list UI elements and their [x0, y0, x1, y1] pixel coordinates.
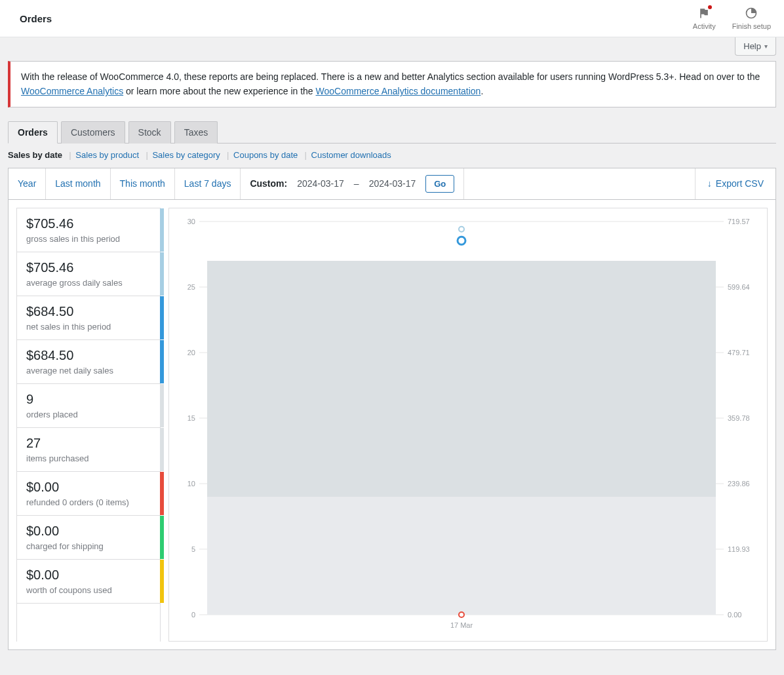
- tab-customers[interactable]: Customers: [61, 121, 125, 144]
- range-row: Year Last month This month Last 7 days C…: [9, 168, 775, 200]
- stat-value: $705.46: [26, 260, 151, 275]
- subnav-current[interactable]: Sales by date: [8, 150, 62, 160]
- svg-text:25: 25: [187, 283, 195, 291]
- export-csv-link[interactable]: Export CSV: [695, 168, 775, 199]
- stat-color: [160, 208, 164, 252]
- flag-icon: [697, 7, 711, 21]
- date-to[interactable]: 2024-03-17: [369, 178, 416, 189]
- stat-label: average gross daily sales: [26, 278, 151, 288]
- topbar-actions: Activity Finish setup: [693, 7, 771, 30]
- report-box: Year Last month This month Last 7 days C…: [8, 168, 776, 650]
- stat-color: [160, 428, 164, 471]
- stat-card[interactable]: $705.46average gross daily sales: [17, 252, 160, 296]
- finish-setup-label: Finish setup: [732, 22, 771, 30]
- analytics-link[interactable]: WooCommerce Analytics: [21, 86, 123, 96]
- go-button[interactable]: Go: [425, 175, 454, 193]
- svg-text:719.57: 719.57: [728, 218, 750, 225]
- date-from[interactable]: 2024-03-17: [297, 178, 344, 189]
- subnav-link[interactable]: Customer downloads: [311, 150, 391, 160]
- stat-color: [160, 384, 164, 427]
- stat-label: net sales in this period: [26, 322, 151, 332]
- report-subnav: Sales by date | Sales by product | Sales…: [8, 144, 776, 168]
- stat-value: 9: [26, 392, 151, 407]
- stat-value: 27: [26, 436, 151, 451]
- stat-color: [160, 340, 164, 383]
- stat-label: gross sales in this period: [26, 234, 151, 244]
- subnav-link[interactable]: Sales by product: [75, 150, 139, 160]
- svg-text:5: 5: [191, 545, 195, 553]
- subnav-link[interactable]: Sales by category: [152, 150, 220, 160]
- svg-text:359.78: 359.78: [728, 414, 750, 422]
- stat-card[interactable]: $0.00refunded 0 orders (0 items): [17, 472, 160, 516]
- help-dropdown[interactable]: Help: [735, 37, 776, 56]
- deprecation-notice: With the release of WooCommerce 4.0, the…: [8, 61, 776, 107]
- stat-label: worth of coupons used: [26, 585, 151, 595]
- svg-rect-23: [207, 497, 716, 615]
- stat-color: [160, 296, 164, 339]
- svg-point-24: [459, 227, 464, 232]
- range-custom: Custom: 2024-03-17 – 2024-03-17 Go: [241, 168, 464, 199]
- custom-label: Custom:: [250, 178, 287, 189]
- stat-card[interactable]: $0.00charged for shipping: [17, 516, 160, 560]
- stat-card[interactable]: 27items purchased: [17, 428, 160, 472]
- stat-label: orders placed: [26, 410, 151, 419]
- svg-text:17 Mar: 17 Mar: [450, 621, 473, 629]
- svg-point-26: [459, 612, 464, 617]
- stat-card[interactable]: 9orders placed: [17, 384, 160, 428]
- activity-label: Activity: [693, 22, 716, 30]
- tab-orders[interactable]: Orders: [8, 121, 58, 144]
- svg-text:239.86: 239.86: [728, 480, 750, 488]
- tab-taxes[interactable]: Taxes: [174, 121, 218, 144]
- stat-value: $0.00: [26, 480, 151, 495]
- stat-color: [160, 560, 164, 603]
- svg-text:0.00: 0.00: [728, 611, 741, 619]
- range-year[interactable]: Year: [9, 168, 46, 199]
- svg-text:479.71: 479.71: [728, 349, 750, 357]
- stat-value: $684.50: [26, 304, 151, 319]
- svg-text:15: 15: [187, 414, 195, 422]
- stat-label: items purchased: [26, 453, 151, 463]
- tab-stock[interactable]: Stock: [128, 121, 171, 144]
- svg-point-25: [458, 237, 465, 244]
- report-tabs: Orders Customers Stock Taxes: [8, 121, 776, 144]
- report-body: $705.46gross sales in this period$705.46…: [9, 200, 775, 649]
- stat-value: $0.00: [26, 568, 151, 583]
- svg-text:20: 20: [187, 349, 195, 357]
- stat-card[interactable]: $705.46gross sales in this period: [17, 208, 160, 252]
- help-row: Help: [0, 37, 784, 56]
- range-this-month[interactable]: This month: [111, 168, 175, 199]
- svg-text:10: 10: [187, 480, 195, 488]
- stat-value: $684.50: [26, 348, 151, 363]
- analytics-doc-link[interactable]: WooCommerce Analytics documentation: [316, 86, 481, 96]
- stat-color: [160, 252, 164, 296]
- svg-text:0: 0: [191, 611, 195, 619]
- topbar: Orders Activity Finish setup: [0, 0, 784, 37]
- stat-label: refunded 0 orders (0 items): [26, 497, 151, 507]
- stat-color: [160, 516, 164, 559]
- stat-value: $0.00: [26, 524, 151, 539]
- activity-button[interactable]: Activity: [693, 7, 716, 30]
- range-last-7-days[interactable]: Last 7 days: [175, 168, 241, 199]
- stats-sidebar: $705.46gross sales in this period$705.46…: [16, 208, 161, 642]
- page-title: Orders: [20, 13, 52, 24]
- svg-text:119.93: 119.93: [728, 545, 750, 553]
- stat-card[interactable]: $684.50average net daily sales: [17, 340, 160, 384]
- subnav-link[interactable]: Coupons by date: [233, 150, 298, 160]
- stat-color: [160, 472, 164, 515]
- stat-label: charged for shipping: [26, 541, 151, 551]
- range-last-month[interactable]: Last month: [46, 168, 110, 199]
- stat-card[interactable]: $0.00worth of coupons used: [17, 560, 160, 604]
- svg-text:30: 30: [187, 218, 195, 225]
- stat-label: average net daily sales: [26, 366, 151, 376]
- stat-card[interactable]: $684.50net sales in this period: [17, 296, 160, 340]
- progress-circle-icon: [745, 7, 758, 21]
- svg-text:599.64: 599.64: [728, 283, 750, 291]
- chart-area: 0510152025300.00119.93239.86359.78479.71…: [168, 208, 768, 642]
- finish-setup-button[interactable]: Finish setup: [732, 7, 771, 30]
- chart: 0510152025300.00119.93239.86359.78479.71…: [176, 215, 760, 634]
- stat-value: $705.46: [26, 216, 151, 231]
